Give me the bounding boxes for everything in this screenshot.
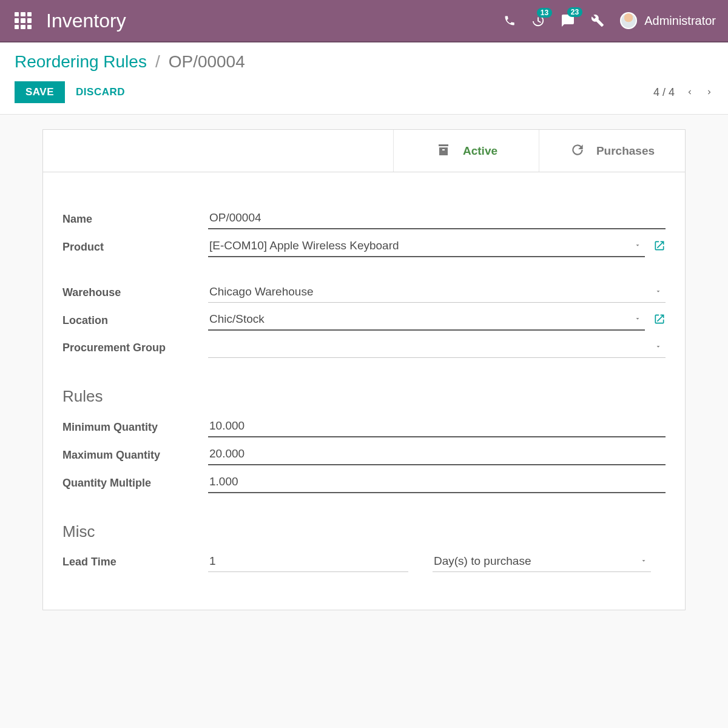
qty-multiple-input[interactable]: [208, 473, 666, 493]
row-procurement-group: Procurement Group: [62, 338, 666, 358]
active-toggle-button[interactable]: Active: [394, 130, 539, 172]
refresh-icon: [570, 142, 585, 160]
lead-time-unit-select[interactable]: [433, 552, 651, 572]
user-name: Administrator: [644, 14, 716, 28]
row-warehouse: Warehouse: [62, 283, 666, 303]
apps-menu-icon[interactable]: [15, 12, 32, 29]
warehouse-select[interactable]: [208, 283, 666, 303]
purchases-label: Purchases: [596, 144, 655, 158]
procurement-group-select[interactable]: [208, 338, 666, 358]
max-qty-input[interactable]: [208, 445, 666, 465]
archive-icon: [435, 143, 452, 160]
label-qty-multiple: Quantity Multiple: [62, 477, 208, 490]
location-select[interactable]: [208, 310, 645, 331]
row-qty-multiple: Quantity Multiple: [62, 473, 666, 493]
external-link-icon[interactable]: [653, 240, 666, 254]
row-product: Product: [62, 237, 666, 257]
row-location: Location: [62, 310, 666, 331]
section-misc-title: Misc: [62, 522, 666, 541]
main-navbar: Inventory 13 23 Administrator: [0, 0, 728, 42]
name-input[interactable]: [208, 209, 666, 229]
pager-prev-icon[interactable]: [686, 86, 694, 99]
user-menu[interactable]: Administrator: [620, 12, 716, 29]
row-name: Name: [62, 209, 666, 229]
lead-time-input[interactable]: [208, 552, 408, 572]
pager: 4 / 4: [653, 86, 713, 99]
label-max-qty: Maximum Quantity: [62, 449, 208, 462]
label-min-qty: Minimum Quantity: [62, 421, 208, 434]
purchases-button[interactable]: Purchases: [539, 130, 685, 172]
min-qty-input[interactable]: [208, 417, 666, 437]
activities-badge: 13: [537, 8, 552, 18]
pager-text: 4 / 4: [653, 86, 675, 99]
row-lead-time: Lead Time: [62, 552, 666, 572]
label-procurement-group: Procurement Group: [62, 342, 208, 354]
messages-icon[interactable]: 23: [561, 13, 575, 28]
breadcrumb-separator: /: [155, 52, 160, 72]
control-panel: Reordering Rules / OP/00004 SAVE DISCARD…: [0, 42, 728, 115]
label-lead-time: Lead Time: [62, 556, 208, 568]
phone-icon[interactable]: [504, 15, 516, 27]
breadcrumb: Reordering Rules / OP/00004: [15, 52, 713, 72]
activities-icon[interactable]: 13: [531, 14, 545, 27]
form-sheet: Active Purchases Name Product: [42, 129, 686, 610]
label-location: Location: [62, 314, 208, 327]
messages-badge: 23: [567, 7, 582, 17]
row-max-qty: Maximum Quantity: [62, 445, 666, 465]
discard-button[interactable]: DISCARD: [65, 81, 136, 103]
breadcrumb-parent[interactable]: Reordering Rules: [15, 52, 147, 72]
row-min-qty: Minimum Quantity: [62, 417, 666, 437]
breadcrumb-current: OP/00004: [169, 52, 245, 72]
label-name: Name: [62, 213, 208, 226]
pager-next-icon[interactable]: [705, 86, 713, 99]
section-rules-title: Rules: [62, 387, 666, 406]
product-select[interactable]: [208, 237, 645, 257]
content-area: Active Purchases Name Product: [0, 115, 728, 625]
developer-tools-icon[interactable]: [591, 14, 604, 27]
active-label: Active: [463, 144, 497, 158]
stat-spacer: [43, 130, 394, 172]
external-link-icon[interactable]: [653, 313, 666, 328]
label-warehouse: Warehouse: [62, 286, 208, 299]
save-button[interactable]: SAVE: [15, 81, 65, 103]
avatar: [620, 12, 637, 29]
stat-button-bar: Active Purchases: [43, 130, 685, 172]
label-product: Product: [62, 241, 208, 254]
app-title[interactable]: Inventory: [46, 10, 126, 32]
